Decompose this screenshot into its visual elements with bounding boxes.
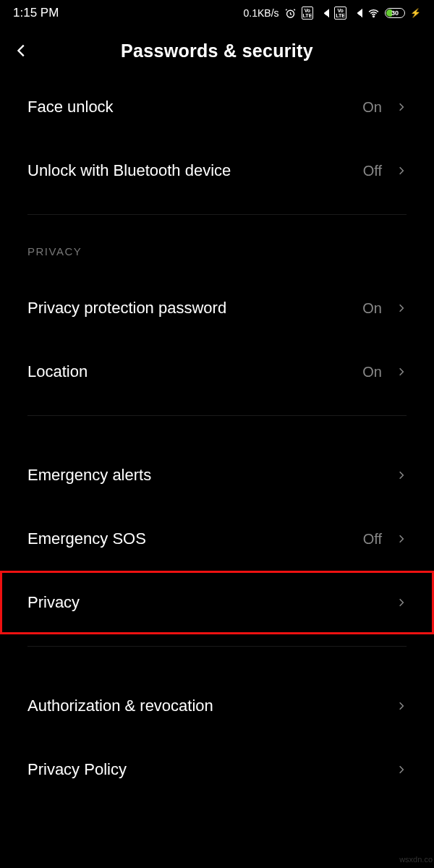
item-label: Privacy Policy xyxy=(27,760,127,779)
item-label: Privacy xyxy=(27,593,80,612)
alarm-icon xyxy=(284,7,297,20)
battery-icon: 30 xyxy=(385,8,405,18)
item-emergency-alerts[interactable]: Emergency alerts xyxy=(0,443,434,507)
item-label: Face unlock xyxy=(27,98,114,116)
status-time: 1:15 PM xyxy=(13,6,59,20)
item-value: Off xyxy=(363,531,382,548)
page-title: Passwords & security xyxy=(0,41,434,61)
divider xyxy=(27,415,407,416)
status-bar: 1:15 PM 0.1KB/s VoLTE VoLTE 30 ⚡ xyxy=(0,0,434,26)
divider xyxy=(27,214,407,215)
section-privacy: Privacy protection password On Location … xyxy=(0,276,434,404)
net-speed: 0.1KB/s xyxy=(244,7,279,19)
item-privacy-policy[interactable]: Privacy Policy xyxy=(0,738,434,801)
item-bluetooth-unlock[interactable]: Unlock with Bluetooth device Off xyxy=(0,139,434,203)
battery-percent: 30 xyxy=(386,9,404,17)
chevron-right-icon xyxy=(396,467,407,483)
chevron-right-icon xyxy=(396,595,407,610)
item-privacy-password[interactable]: Privacy protection password On xyxy=(0,276,434,340)
chevron-right-icon xyxy=(396,698,407,714)
item-value: On xyxy=(362,300,382,317)
item-label: Unlock with Bluetooth device xyxy=(27,161,231,180)
item-label: Privacy protection password xyxy=(27,299,226,318)
item-label: Emergency alerts xyxy=(27,466,151,485)
section-emergency: Emergency alerts Emergency SOS Off Priva… xyxy=(0,433,434,634)
item-label: Location xyxy=(27,362,88,381)
item-privacy[interactable]: Privacy xyxy=(0,571,434,634)
signal-icon-1 xyxy=(318,9,329,17)
signal-icon-2 xyxy=(352,9,362,17)
section-security: Face unlock On Unlock with Bluetooth dev… xyxy=(0,75,434,203)
volte-icon-1: VoLTE xyxy=(302,7,314,20)
volte-icon-2: VoLTE xyxy=(334,7,346,20)
page-header: Passwords & security xyxy=(0,26,434,75)
item-emergency-sos[interactable]: Emergency SOS Off xyxy=(0,507,434,571)
wifi-icon xyxy=(367,7,380,20)
item-value: Off xyxy=(363,163,382,179)
item-label: Emergency SOS xyxy=(27,529,146,548)
svg-point-1 xyxy=(373,15,375,17)
item-value: On xyxy=(362,99,382,116)
item-label: Authorization & revocation xyxy=(27,697,213,715)
item-location[interactable]: Location On xyxy=(0,340,434,404)
item-value: On xyxy=(362,364,382,380)
item-face-unlock[interactable]: Face unlock On xyxy=(0,75,434,139)
charging-icon: ⚡ xyxy=(410,8,421,18)
back-button[interactable] xyxy=(0,26,43,75)
chevron-right-icon xyxy=(396,300,407,316)
section-header-privacy: PRIVACY xyxy=(0,232,434,276)
item-authorization[interactable]: Authorization & revocation xyxy=(0,674,434,738)
chevron-right-icon xyxy=(396,762,407,778)
chevron-right-icon xyxy=(396,163,407,179)
chevron-right-icon xyxy=(396,531,407,547)
status-indicators: 0.1KB/s VoLTE VoLTE 30 ⚡ xyxy=(244,7,421,20)
divider xyxy=(27,646,407,647)
section-authorization: Authorization & revocation Privacy Polic… xyxy=(0,664,434,801)
chevron-right-icon xyxy=(396,364,407,380)
chevron-right-icon xyxy=(396,99,407,115)
watermark: wsxdn.co xyxy=(399,855,433,864)
